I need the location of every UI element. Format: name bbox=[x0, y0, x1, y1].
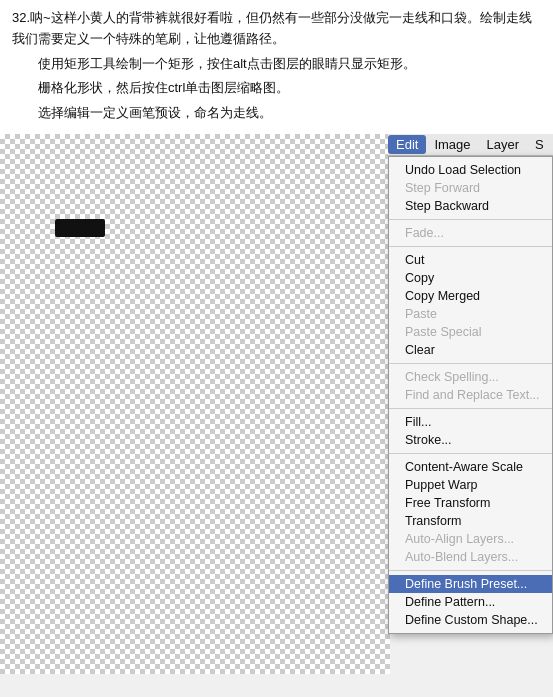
edit-dropdown-menu: Undo Load SelectionStep ForwardStep Back… bbox=[388, 156, 553, 634]
paragraph-4: 选择编辑一定义画笔预设，命名为走线。 bbox=[12, 103, 541, 124]
menu-bar: Edit Image Layer S bbox=[388, 134, 553, 156]
menu-item[interactable]: Define Custom Shape... bbox=[389, 611, 552, 629]
menu-item[interactable]: Cut bbox=[389, 251, 552, 269]
menu-bar-select[interactable]: S bbox=[527, 135, 552, 154]
menu-bar-image[interactable]: Image bbox=[426, 135, 478, 154]
paragraph-3: 栅格化形状，然后按住ctrl单击图层缩略图。 bbox=[12, 78, 541, 99]
menu-item[interactable]: Free Transform bbox=[389, 494, 552, 512]
canvas-checkerboard bbox=[0, 134, 390, 674]
menu-item: Check Spelling... bbox=[389, 368, 552, 386]
menu-separator bbox=[389, 570, 552, 571]
menu-bar-edit[interactable]: Edit bbox=[388, 135, 426, 154]
menu-item[interactable]: Copy Merged bbox=[389, 287, 552, 305]
menu-item[interactable]: Copy bbox=[389, 269, 552, 287]
menu-separator bbox=[389, 246, 552, 247]
menu-item: Fade... bbox=[389, 224, 552, 242]
paragraph-2: 使用矩形工具绘制一个矩形，按住alt点击图层的眼睛只显示矩形。 bbox=[12, 54, 541, 75]
canvas-object bbox=[55, 219, 105, 237]
menu-item[interactable]: Content-Aware Scale bbox=[389, 458, 552, 476]
menu-item[interactable]: Define Pattern... bbox=[389, 593, 552, 611]
menu-item[interactable]: Step Backward bbox=[389, 197, 552, 215]
menu-item: Paste Special bbox=[389, 323, 552, 341]
menu-separator bbox=[389, 408, 552, 409]
menu-item: Step Forward bbox=[389, 179, 552, 197]
menu-item[interactable]: Clear bbox=[389, 341, 552, 359]
menu-item[interactable]: Puppet Warp bbox=[389, 476, 552, 494]
menu-item: Auto-Align Layers... bbox=[389, 530, 552, 548]
menu-item: Auto-Blend Layers... bbox=[389, 548, 552, 566]
menu-item: Find and Replace Text... bbox=[389, 386, 552, 404]
menu-item: Paste bbox=[389, 305, 552, 323]
canvas-area: Edit Image Layer S Undo Load SelectionSt… bbox=[0, 134, 553, 674]
text-content: 32.呐~这样小黄人的背带裤就很好看啦，但仍然有一些部分没做完一走线和口袋。绘制… bbox=[0, 0, 553, 134]
menu-item[interactable]: Undo Load Selection bbox=[389, 161, 552, 179]
menu-item[interactable]: Define Brush Preset... bbox=[389, 575, 552, 593]
paragraph-1: 32.呐~这样小黄人的背带裤就很好看啦，但仍然有一些部分没做完一走线和口袋。绘制… bbox=[12, 8, 541, 50]
menu-separator bbox=[389, 219, 552, 220]
menu-item[interactable]: Stroke... bbox=[389, 431, 552, 449]
menu-item[interactable]: Transform bbox=[389, 512, 552, 530]
menu-separator bbox=[389, 453, 552, 454]
menu-bar-layer[interactable]: Layer bbox=[479, 135, 528, 154]
menu-separator bbox=[389, 363, 552, 364]
menu-item[interactable]: Fill... bbox=[389, 413, 552, 431]
